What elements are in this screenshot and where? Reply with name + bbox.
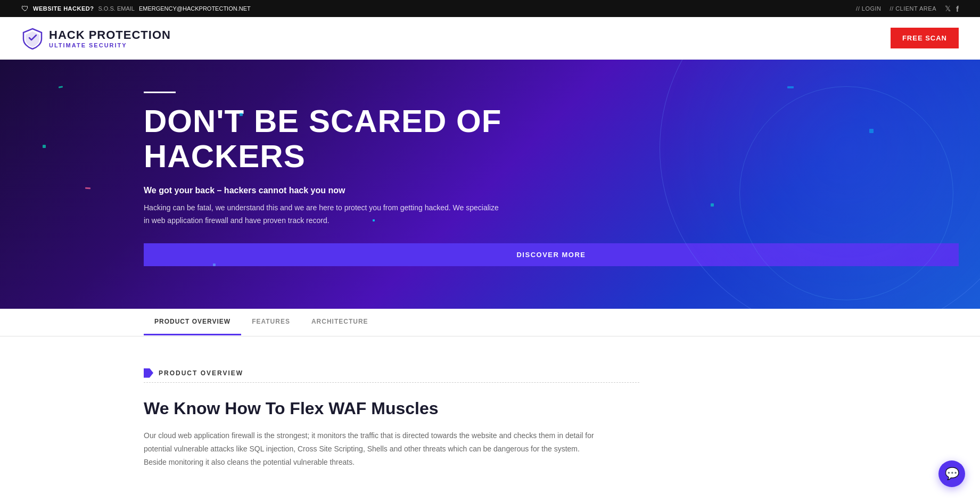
twitter-icon[interactable]: 𝕏 [945,4,951,13]
section-label-text: PRODUCT OVERVIEW [159,369,243,377]
particle-2 [43,145,46,148]
hero-description: Hacking can be fatal, we understand this… [144,202,506,227]
hero-section: DON'T BE SCARED OF HACKERS We got your b… [0,60,980,309]
particle-4 [240,113,243,116]
flag-icon [144,368,153,378]
hero-title: DON'T BE SCARED OF HACKERS [144,104,570,174]
section-divider [144,382,639,383]
chat-icon: 💬 [945,467,959,481]
emergency-sos: S.O.S. EMAIL [98,5,134,12]
logo-text: HACK PROTECTION ULTIMATE SECURITY [49,28,171,48]
particle-3 [85,187,90,190]
social-icons: 𝕏 f [945,4,959,13]
nav-area: FREE SCAN [891,28,959,48]
content-title: We Know How To Flex WAF Muscles [144,399,639,418]
hero-accent-line [144,92,176,93]
client-area-link[interactable]: // CLIENT AREA [890,5,937,12]
logo-icon [21,27,44,50]
tab-bar: PRODUCT OVERVIEW FEATURES ARCHITECTURE [0,309,980,336]
particle-8 [711,203,714,207]
shield-icon: 🛡 [21,4,29,13]
tab-product-overview[interactable]: PRODUCT OVERVIEW [144,309,241,335]
tab-architecture[interactable]: ARCHITECTURE [301,309,379,335]
particle-9 [213,264,216,266]
chat-widget[interactable]: 💬 [938,460,965,487]
tab-features[interactable]: FEATURES [241,309,301,335]
header: HACK PROTECTION ULTIMATE SECURITY FREE S… [0,17,980,60]
emergency-email[interactable]: EMERGENCY@HACKPROTECTION.NET [139,5,251,12]
particle-7 [869,129,874,133]
content-description: Our cloud web application firewall is th… [144,429,602,470]
particle-6 [787,86,794,88]
logo[interactable]: HACK PROTECTION ULTIMATE SECURITY [21,27,171,50]
top-bar-left: 🛡 WEBSITE HACKED? S.O.S. EMAIL EMERGENCY… [21,4,251,13]
emergency-prefix: WEBSITE HACKED? [33,5,94,12]
free-scan-button[interactable]: FREE SCAN [891,28,959,48]
logo-subtitle: ULTIMATE SECURITY [49,42,171,48]
logo-title: HACK PROTECTION [49,28,171,42]
login-link[interactable]: // LOGIN [856,5,881,12]
particle-1 [59,86,63,88]
hero-subtitle: We got your back – hackers cannot hack y… [144,186,959,195]
particle-5 [373,219,375,221]
top-bar: 🛡 WEBSITE HACKED? S.O.S. EMAIL EMERGENCY… [0,0,980,17]
facebook-icon[interactable]: f [956,4,959,13]
section-label: PRODUCT OVERVIEW [144,368,639,378]
content-section: PRODUCT OVERVIEW We Know How To Flex WAF… [0,336,661,491]
top-bar-right: // LOGIN // CLIENT AREA 𝕏 f [856,4,959,13]
discover-more-button[interactable]: DISCOVER MORE [144,243,959,266]
